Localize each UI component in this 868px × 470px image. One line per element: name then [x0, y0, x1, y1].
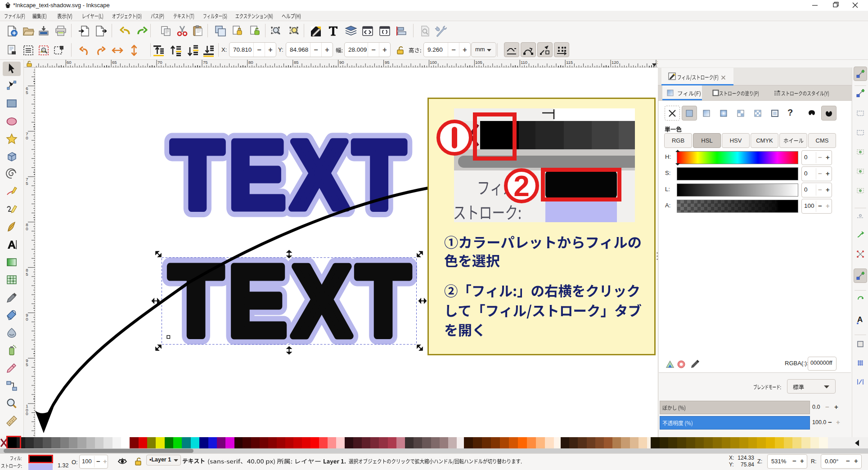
- svg-text:2: 2: [513, 170, 530, 202]
